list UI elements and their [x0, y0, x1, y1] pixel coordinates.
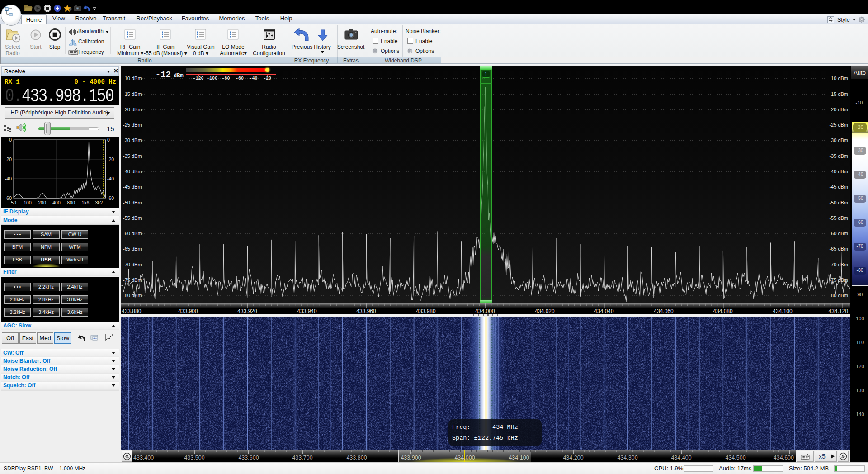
svg-text:Style: Style: [837, 17, 850, 23]
